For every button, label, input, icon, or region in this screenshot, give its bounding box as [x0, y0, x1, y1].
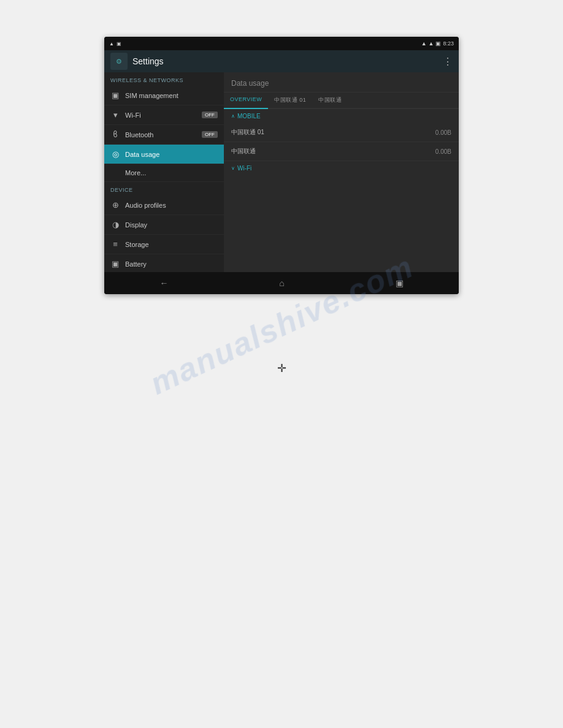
crosshair-symbol: ✛ — [277, 362, 286, 375]
mobile-label: MOBILE — [237, 113, 261, 119]
sidebar-item-display[interactable]: ◑ Display — [104, 215, 224, 235]
mobile-section-label: ∧ MOBILE — [224, 109, 459, 123]
nav-bar: ← ⌂ ▣ — [104, 272, 459, 294]
device-frame: ▲ ▣ ▲ ▲ ▣ 8:23 ⚙ Settings ⋮ WIRELESS & N… — [104, 37, 459, 294]
status-bar-right: ▲ ▲ ▣ 8:23 — [421, 40, 454, 47]
wifi-icon: ▲ — [429, 40, 434, 47]
time-display: 8:23 — [443, 40, 454, 47]
sidebar-item-more-label: More... — [125, 169, 146, 176]
wifi-label: Wi-Fi — [237, 165, 251, 172]
recent-button[interactable]: ▣ — [391, 276, 408, 290]
sidebar-item-sim[interactable]: ▣ SIM management — [104, 86, 224, 105]
sidebar-item-bluetooth-label: Bluetooth — [125, 131, 153, 138]
content-area: Data usage OVERVIEW 中国联通 01 中国联通 ∧ MOBIL… — [224, 72, 459, 272]
content-title: Data usage — [231, 79, 269, 88]
section-wireless-header: WIRELESS & NETWORKS — [104, 72, 224, 86]
overflow-menu-button[interactable]: ⋮ — [443, 56, 453, 67]
mobile-row-china: 中国联通 0.00B — [224, 142, 459, 161]
home-button[interactable]: ⌂ — [274, 276, 289, 290]
sidebar-item-datausage-label: Data usage — [125, 151, 159, 158]
sidebar-item-storage-label: Storage — [125, 241, 149, 248]
signal-icon: ▲ — [421, 40, 427, 47]
sidebar-item-battery[interactable]: ▣ Battery — [104, 254, 224, 272]
battery-icon-sidebar: ▣ — [110, 259, 120, 268]
tab-overview[interactable]: OVERVIEW — [224, 93, 268, 108]
sidebar: WIRELESS & NETWORKS ▣ SIM management ▾ W… — [104, 72, 224, 272]
bluetooth-icon: ϐ — [110, 130, 120, 139]
sidebar-item-wifi-label: Wi-Fi — [125, 112, 141, 119]
wifi-toggle[interactable]: OFF — [202, 112, 218, 118]
tab-china01[interactable]: 中国联通 01 — [268, 93, 312, 108]
sidebar-item-audio[interactable]: ⊕ Audio profiles — [104, 195, 224, 215]
status-bar: ▲ ▣ ▲ ▲ ▣ 8:23 — [104, 37, 459, 50]
mobile-china-label: 中国联通 — [231, 147, 256, 156]
tabs-bar: OVERVIEW 中国联通 01 中国联通 — [224, 93, 459, 109]
audio-icon: ⊕ — [110, 200, 120, 210]
sidebar-item-audio-label: Audio profiles — [125, 202, 166, 209]
sidebar-item-storage[interactable]: ≡ Storage — [104, 235, 224, 254]
page-title: Settings — [132, 56, 443, 66]
wifi-chevron: ∨ — [231, 165, 235, 171]
sidebar-item-datausage[interactable]: ◎ Data usage — [104, 145, 224, 164]
sidebar-item-wifi[interactable]: ▾ Wi-Fi OFF — [104, 105, 224, 125]
mobile-row-china01: 中国联通 01 0.00B — [224, 123, 459, 142]
sidebar-item-more[interactable]: More... — [104, 164, 224, 182]
settings-app-icon: ⚙ — [110, 53, 128, 70]
sidebar-item-battery-label: Battery — [125, 260, 147, 268]
status-icon-camera: ▣ — [117, 41, 121, 47]
mobile-chevron: ∧ — [231, 113, 235, 119]
datausage-icon: ◎ — [110, 150, 120, 159]
section-device-header: DEVICE — [104, 182, 224, 195]
sim-icon: ▣ — [110, 91, 120, 100]
status-bar-left: ▲ ▣ — [109, 41, 121, 47]
main-area: WIRELESS & NETWORKS ▣ SIM management ▾ W… — [104, 72, 459, 272]
mobile-china01-label: 中国联通 01 — [231, 128, 264, 137]
display-icon: ◑ — [110, 220, 120, 229]
battery-icon: ▣ — [435, 40, 441, 47]
mobile-china-value: 0.00B — [435, 148, 451, 155]
tab-china[interactable]: 中国联通 — [312, 93, 348, 108]
back-button[interactable]: ← — [155, 276, 173, 290]
wifi-section-label: ∨ Wi-Fi — [224, 161, 459, 175]
bluetooth-toggle[interactable]: OFF — [202, 131, 218, 138]
mobile-china01-value: 0.00B — [435, 129, 451, 136]
sidebar-item-display-label: Display — [125, 221, 147, 229]
sidebar-item-bluetooth[interactable]: ϐ Bluetooth OFF — [104, 125, 224, 145]
sidebar-item-sim-label: SIM management — [125, 92, 178, 99]
wifi-icon: ▾ — [110, 110, 120, 119]
content-header: Data usage — [224, 72, 459, 93]
content-body: ∧ MOBILE 中国联通 01 0.00B 中国联通 0.00B ∨ Wi-F… — [224, 109, 459, 272]
title-bar: ⚙ Settings ⋮ — [104, 50, 459, 72]
status-icon-signal: ▲ — [109, 41, 114, 47]
storage-icon: ≡ — [110, 240, 120, 249]
